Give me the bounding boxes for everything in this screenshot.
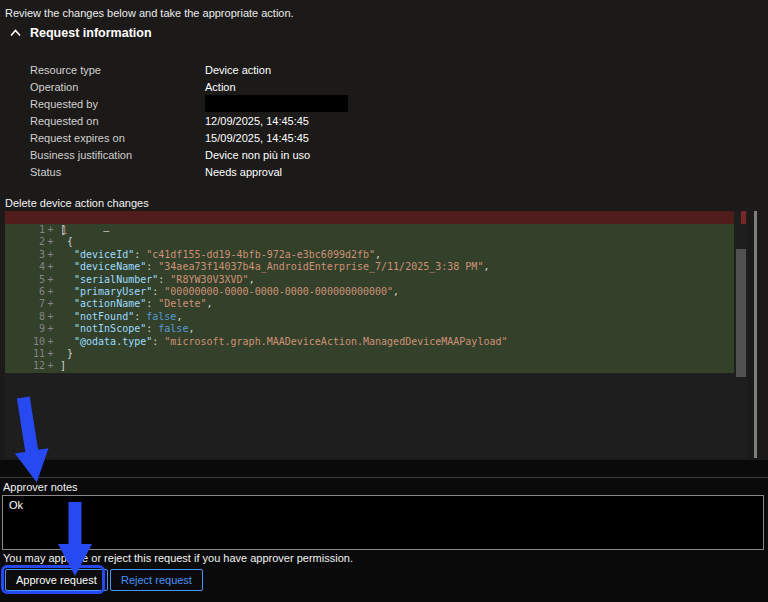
code-text: "primaryUser": "00000000-0000-0000-0000-… [56, 286, 399, 297]
approve-request-button[interactable]: Approve request [5, 569, 108, 591]
code-text: ] [56, 360, 66, 371]
field-value: Device action [205, 64, 271, 76]
section-title: Request information [30, 26, 152, 40]
field-row: Business justificationDevice non più in … [30, 146, 630, 163]
diff-added-line: 4+"deviceName": "34aea73f14037b4a_Androi… [5, 261, 734, 273]
permission-text: You may approve or reject this request i… [3, 552, 353, 564]
diff-added-line: 12+] [5, 360, 734, 372]
diff-added-line: 1+[ [5, 224, 734, 236]
field-label: Request expires on [30, 132, 205, 144]
instruction-text: Review the changes below and take the ap… [5, 7, 294, 19]
line-number: 4 [5, 261, 45, 273]
field-row: StatusNeeds approval [30, 163, 630, 180]
divider [0, 477, 768, 478]
code-text: "notInScope": false, [56, 323, 194, 334]
diff-added-line: 10+"@odata.type": "microsoft.graph.MAADe… [5, 336, 734, 348]
line-number: 3 [5, 249, 45, 261]
code-text: "actionName": "Delete", [56, 298, 213, 309]
reject-request-button[interactable]: Reject request [110, 569, 203, 591]
code-text: "notFound": false, [56, 311, 182, 322]
approver-notes-input[interactable]: Ok [2, 495, 764, 550]
code-text: "serialNumber": "R8YW30V3XVD", [56, 274, 255, 285]
code-text: { [56, 236, 73, 247]
diff-removed-line: 1— [5, 211, 734, 224]
approver-notes-label: Approver notes [3, 481, 78, 493]
line-number: 10 [5, 336, 45, 348]
field-value: Device non più in uso [205, 149, 310, 161]
line-number: 5 [5, 274, 45, 286]
added-lines: 1+[2+{3+"deviceId": "c41df155-dd19-4bfb-… [5, 224, 734, 373]
editor-scrollbar[interactable] [734, 211, 748, 458]
field-label: Status [30, 166, 205, 178]
diff-plus-sign: + [45, 261, 56, 273]
approval-blade: Review the changes below and take the ap… [0, 0, 768, 602]
removed-marker: — [93, 225, 109, 236]
line-number: 2 [5, 236, 45, 248]
field-value: 15/09/2025, 14:45:45 [205, 132, 309, 144]
diff-added-line: 9+"notInScope": false, [5, 323, 734, 335]
editor-scrollbar-thumb[interactable] [736, 249, 746, 377]
chevron-up-icon [10, 29, 21, 37]
field-label: Resource type [30, 64, 205, 76]
code-text: "@odata.type": "microsoft.graph.MAADevic… [56, 336, 508, 347]
field-value: Action [205, 81, 236, 93]
code-text: } [56, 348, 73, 359]
diff-plus-sign: + [45, 236, 56, 248]
diff-plus-sign: + [45, 360, 56, 372]
field-row: Requested on12/09/2025, 14:45:45 [30, 112, 630, 129]
line-number: 1 [5, 224, 45, 236]
diff-added-line: 2+{ [5, 236, 734, 248]
field-row: Requested by [30, 95, 630, 112]
line-number: 9 [5, 323, 45, 335]
diff-plus-sign: + [45, 298, 56, 310]
diff-added-line: 11+} [5, 348, 734, 360]
diff-plus-sign: + [45, 311, 56, 323]
request-information-header[interactable]: Request information [10, 26, 152, 40]
diff-plus-sign: + [45, 224, 56, 236]
diff-plus-sign: + [45, 336, 56, 348]
code-text: [ [56, 224, 66, 235]
redacted-value [205, 95, 348, 112]
diff-added-line: 7+"actionName": "Delete", [5, 298, 734, 310]
field-label: Requested by [30, 98, 205, 110]
line-number: 7 [5, 298, 45, 310]
diff-added-line: 3+"deviceId": "c41df155-dd19-4bfb-972a-e… [5, 249, 734, 261]
field-row: Request expires on15/09/2025, 14:45:45 [30, 129, 630, 146]
overview-ruler-removed-mark [741, 211, 746, 224]
request-fields: Resource typeDevice actionOperationActio… [30, 61, 630, 180]
diff-plus-sign: + [45, 249, 56, 261]
line-number: 6 [5, 286, 45, 298]
diff-editor[interactable]: 1— 1+[2+{3+"deviceId": "c41df155-dd19-4b… [5, 211, 748, 458]
line-number: 11 [5, 348, 45, 360]
diff-added-line: 6+"primaryUser": "00000000-0000-0000-000… [5, 286, 734, 298]
field-row: Resource typeDevice action [30, 61, 630, 78]
diff-plus-sign: + [45, 348, 56, 360]
diff-plus-sign: + [45, 323, 56, 335]
diff-plus-sign: + [45, 274, 56, 286]
field-value: 12/09/2025, 14:45:45 [205, 115, 309, 127]
code-text: "deviceId": "c41df155-dd19-4bfb-972a-e3b… [56, 249, 381, 260]
code-text: "deviceName": "34aea73f14037b4a_AndroidE… [56, 261, 489, 272]
field-label: Requested on [30, 115, 205, 127]
field-value: Needs approval [205, 166, 282, 178]
blade-scrollbar[interactable] [754, 211, 757, 458]
line-number: 8 [5, 311, 45, 323]
field-label: Operation [30, 81, 205, 93]
diff-title: Delete device action changes [5, 197, 149, 209]
field-row: OperationAction [30, 78, 630, 95]
diff-added-line: 5+"serialNumber": "R8YW30V3XVD", [5, 274, 734, 286]
code-area: 1— 1+[2+{3+"deviceId": "c41df155-dd19-4b… [5, 211, 734, 458]
line-number: 12 [5, 360, 45, 372]
field-label: Business justification [30, 149, 205, 161]
diff-added-line: 8+"notFound": false, [5, 311, 734, 323]
diff-plus-sign: + [45, 286, 56, 298]
